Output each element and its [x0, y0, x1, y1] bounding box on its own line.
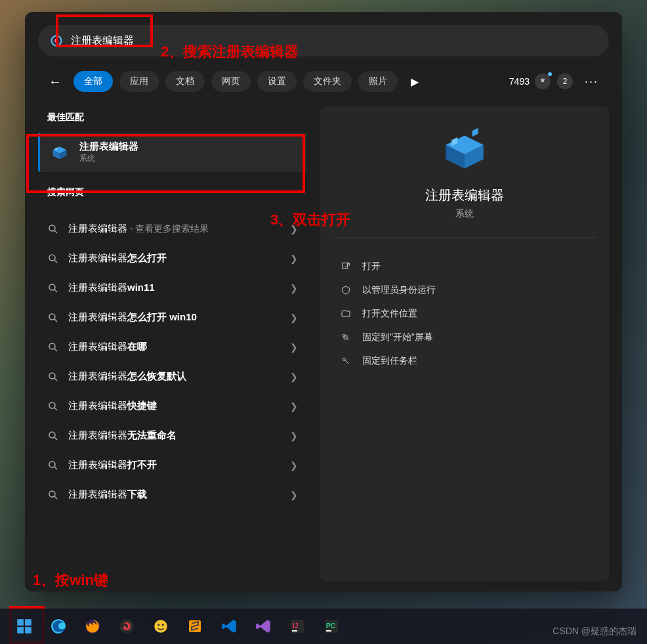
search-input[interactable] — [71, 35, 597, 47]
preview-title: 注册表编辑器 — [333, 186, 596, 204]
action-4[interactable]: 固定到任务栏 — [333, 349, 596, 373]
chevron-right-icon: ❯ — [290, 490, 298, 500]
chevron-right-icon: ❯ — [290, 460, 298, 471]
annotation-step1: 1、按win键 — [33, 570, 108, 590]
app-icon-red[interactable] — [117, 616, 136, 636]
notifications-badge[interactable]: 2 — [557, 74, 573, 89]
svg-marker-30 — [472, 128, 478, 137]
web-result-item[interactable]: 注册表编辑器怎么打开❯ — [38, 244, 307, 273]
svg-point-20 — [49, 432, 55, 438]
app-icon-yellow[interactable] — [151, 616, 171, 636]
svg-point-6 — [49, 225, 55, 231]
best-match-item[interactable]: 注册表编辑器 系统 — [38, 133, 307, 172]
web-result-item[interactable]: 注册表编辑器怎么打开 win10❯ — [38, 303, 307, 332]
svg-line-19 — [54, 408, 57, 410]
back-button[interactable]: ← — [43, 72, 67, 92]
svg-line-25 — [54, 496, 57, 499]
rewards-points[interactable]: 7493 — [509, 74, 551, 89]
svg-point-43 — [154, 620, 167, 633]
web-result-item[interactable]: 注册表编辑器下载❯ — [38, 480, 307, 509]
action-1[interactable]: 以管理员身份运行 — [333, 278, 596, 302]
copilot-icon — [50, 34, 63, 47]
web-result-item[interactable]: 注册表编辑器 - 查看更多搜索结果❯ — [38, 214, 307, 244]
edge-icon[interactable] — [49, 616, 68, 636]
web-result-text: 注册表编辑器怎么恢复默认 — [68, 370, 281, 383]
web-result-text: 注册表编辑器在哪 — [68, 341, 281, 353]
action-2[interactable]: 打开文件位置 — [333, 302, 596, 326]
svg-line-17 — [54, 378, 57, 381]
tab-photos[interactable]: 照片 — [358, 71, 398, 92]
regedit-icon — [49, 142, 70, 163]
action-3[interactable]: 固定到"开始"屏幕 — [333, 326, 596, 349]
windows-search-panel: ← 全部 应用 文档 网页 设置 文件夹 照片 ▶ 7493 2 ··· 最佳匹… — [25, 12, 622, 591]
action-icon — [340, 284, 352, 296]
web-result-item[interactable]: 注册表编辑器快捷键❯ — [38, 391, 307, 421]
tab-documents[interactable]: 文档 — [165, 71, 205, 92]
svg-text:IJ: IJ — [293, 622, 298, 630]
svg-point-45 — [162, 624, 164, 626]
more-tabs-button[interactable]: ▶ — [404, 72, 425, 92]
firefox-icon[interactable] — [83, 616, 102, 636]
action-icon — [340, 332, 352, 343]
svg-rect-38 — [17, 627, 24, 633]
more-options-button[interactable]: ··· — [579, 72, 604, 91]
best-match-header: 最佳匹配 — [38, 106, 307, 133]
tab-settings[interactable]: 设置 — [257, 71, 297, 92]
sublime-icon[interactable] — [185, 616, 205, 636]
tab-web[interactable]: 网页 — [211, 71, 251, 92]
web-result-text: 注册表编辑器无法重命名 — [68, 429, 281, 442]
rewards-medal-icon — [535, 74, 551, 89]
svg-rect-39 — [25, 627, 31, 633]
svg-point-10 — [49, 284, 55, 290]
chevron-right-icon: ❯ — [290, 253, 298, 264]
svg-point-14 — [49, 343, 55, 349]
svg-point-8 — [49, 255, 55, 261]
visualstudio-icon[interactable] — [253, 616, 273, 636]
tabs-row: ← 全部 应用 文档 网页 设置 文件夹 照片 ▶ 7493 2 ··· — [38, 71, 609, 92]
web-result-text: 注册表编辑器 - 查看更多搜索结果 — [68, 223, 281, 235]
actions-list: 打开以管理员身份运行打开文件位置固定到"开始"屏幕固定到任务栏 — [333, 255, 596, 373]
tab-apps[interactable]: 应用 — [119, 71, 159, 92]
svg-line-23 — [54, 467, 57, 469]
svg-point-22 — [49, 462, 55, 467]
search-icon — [47, 400, 59, 412]
tab-all[interactable]: 全部 — [73, 71, 113, 92]
pycharm-icon[interactable]: PC — [322, 616, 341, 636]
web-result-item[interactable]: 注册表编辑器在哪❯ — [38, 332, 307, 362]
search-icon — [47, 489, 59, 501]
web-result-item[interactable]: 注册表编辑器win11❯ — [38, 273, 307, 303]
action-label: 打开 — [362, 261, 381, 272]
action-label: 固定到任务栏 — [362, 355, 417, 367]
tab-folders[interactable]: 文件夹 — [303, 71, 352, 92]
start-button[interactable] — [14, 616, 34, 636]
web-result-text: 注册表编辑器下载 — [68, 488, 281, 501]
divider — [333, 237, 596, 238]
web-result-text: 注册表编辑器win11 — [68, 282, 281, 294]
web-results-header: 搜索网页 — [38, 181, 307, 207]
best-match-subtitle: 系统 — [79, 153, 138, 164]
web-result-item[interactable]: 注册表编辑器怎么恢复默认❯ — [38, 362, 307, 391]
chevron-right-icon: ❯ — [290, 372, 298, 382]
action-label: 打开文件位置 — [362, 308, 417, 320]
vscode-icon[interactable] — [219, 616, 239, 636]
chevron-right-icon: ❯ — [290, 342, 298, 353]
search-icon — [47, 282, 59, 294]
web-result-text: 注册表编辑器快捷键 — [68, 400, 281, 412]
svg-point-1 — [54, 39, 58, 43]
svg-line-21 — [54, 437, 57, 440]
web-result-text: 注册表编辑器打不开 — [68, 459, 281, 471]
search-bar[interactable] — [38, 25, 609, 56]
intellij-icon[interactable]: IJ — [287, 616, 307, 636]
search-icon — [47, 341, 59, 353]
svg-rect-49 — [292, 630, 297, 632]
chevron-right-icon: ❯ — [290, 312, 298, 323]
action-icon — [340, 308, 352, 320]
search-icon — [47, 312, 59, 324]
svg-text:PC: PC — [326, 622, 335, 630]
web-result-item[interactable]: 注册表编辑器无法重命名❯ — [38, 421, 307, 450]
search-icon — [47, 430, 59, 442]
annotation-step2: 2、搜索注册表编辑器 — [161, 42, 299, 62]
web-result-item[interactable]: 注册表编辑器打不开❯ — [38, 450, 307, 480]
action-0[interactable]: 打开 — [333, 255, 596, 278]
svg-point-18 — [49, 402, 55, 408]
